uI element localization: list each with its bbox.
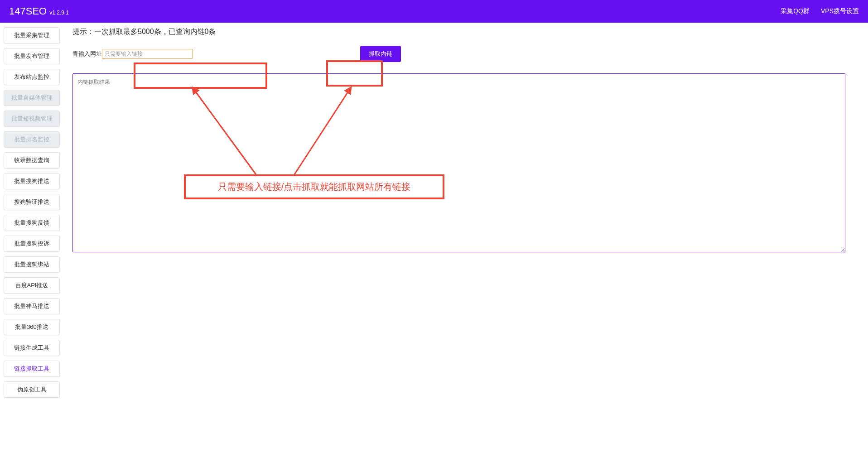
input-row: 青输入网址 抓取内链 bbox=[72, 46, 859, 62]
sidebar-item-sogou-complaint[interactable]: 批量搜狗投诉 bbox=[4, 236, 60, 252]
app-title: 147SEO bbox=[9, 5, 47, 17]
qq-group-link[interactable]: 采集QQ群 bbox=[781, 7, 810, 15]
hint-text: 提示：一次抓取最多5000条，已查询内链0条 bbox=[72, 27, 859, 37]
header-links: 采集QQ群 VPS拨号设置 bbox=[781, 7, 859, 15]
sidebar-item-shenma-push[interactable]: 批量神马推送 bbox=[4, 298, 60, 314]
vps-settings-link[interactable]: VPS拨号设置 bbox=[821, 7, 859, 15]
sidebar-item-360-push[interactable]: 批量360推送 bbox=[4, 319, 60, 335]
sidebar-item-rewrite[interactable]: 伪原创工具 bbox=[4, 381, 60, 398]
sidebar-item-publish[interactable]: 批量发布管理 bbox=[4, 48, 60, 64]
header-brand: 147SEO v1.2.9.1 bbox=[9, 5, 69, 17]
sidebar-item-site-monitor[interactable]: 发布站点监控 bbox=[4, 69, 60, 85]
sidebar-item-sogou-bind[interactable]: 批量搜狗绑站 bbox=[4, 256, 60, 273]
fetch-button[interactable]: 抓取内链 bbox=[360, 46, 401, 62]
sidebar-item-collect[interactable]: 批量采集管理 bbox=[4, 27, 60, 43]
url-input[interactable] bbox=[102, 49, 193, 59]
result-textarea[interactable] bbox=[72, 73, 845, 252]
sidebar-item-sogou-verify[interactable]: 搜狗验证推送 bbox=[4, 194, 60, 210]
sidebar: 批量采集管理 批量发布管理 发布站点监控 批量自媒体管理 批量短视频管理 批量排… bbox=[0, 23, 63, 453]
app-version: v1.2.9.1 bbox=[49, 10, 69, 16]
sidebar-item-link-gen[interactable]: 链接生成工具 bbox=[4, 340, 60, 356]
sidebar-item-baidu-api[interactable]: 百度API推送 bbox=[4, 277, 60, 294]
sidebar-item-rank: 批量排名监控 bbox=[4, 131, 60, 148]
sidebar-item-sogou-push[interactable]: 批量搜狗推送 bbox=[4, 173, 60, 189]
sidebar-item-video: 批量短视频管理 bbox=[4, 111, 60, 127]
main-content: 提示：一次抓取最多5000条，已查询内链0条 青输入网址 抓取内链 bbox=[63, 23, 868, 453]
app-header: 147SEO v1.2.9.1 采集QQ群 VPS拨号设置 bbox=[0, 0, 868, 23]
sidebar-item-index-query[interactable]: 收录数据查询 bbox=[4, 152, 60, 169]
sidebar-item-media: 批量自媒体管理 bbox=[4, 90, 60, 106]
url-input-label: 青输入网址 bbox=[72, 50, 102, 58]
main-container: 批量采集管理 批量发布管理 发布站点监控 批量自媒体管理 批量短视频管理 批量排… bbox=[0, 23, 868, 453]
sidebar-item-sogou-feedback[interactable]: 批量搜狗反馈 bbox=[4, 215, 60, 231]
sidebar-item-link-crawl[interactable]: 链接抓取工具 bbox=[4, 361, 60, 377]
